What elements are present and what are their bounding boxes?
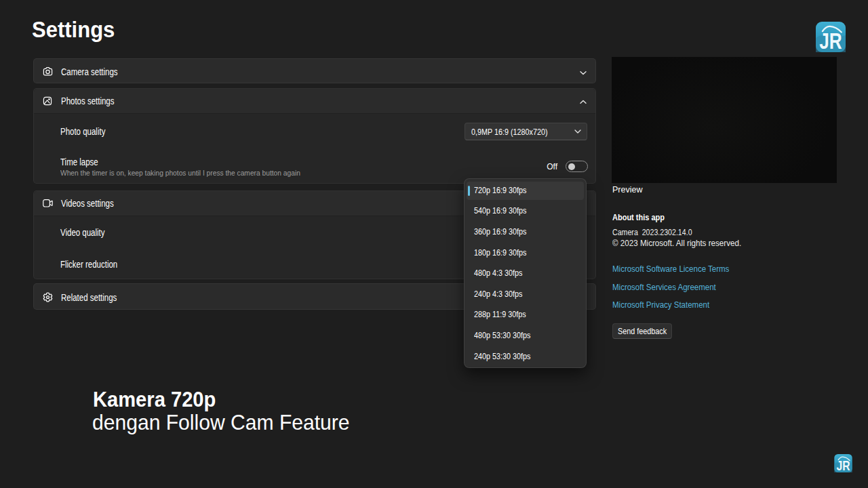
svg-text:JR: JR — [819, 28, 842, 52]
svg-text:JR: JR — [836, 458, 850, 472]
